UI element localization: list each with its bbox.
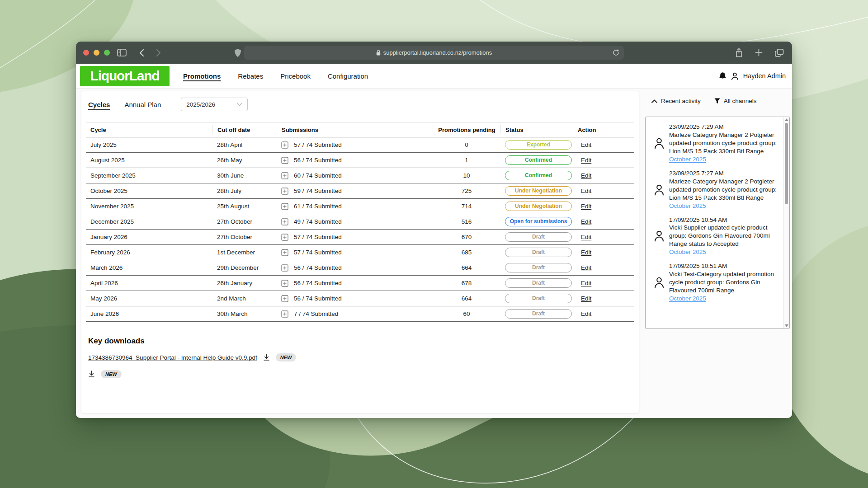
cell-status: Draft (500, 248, 573, 257)
reload-icon[interactable] (613, 49, 619, 56)
recent-activity-toggle[interactable]: Recent activity (651, 98, 701, 104)
activity-timestamp: 17/09/2025 10:51 AM (669, 262, 782, 270)
col-header-cutoff: Cut off date (212, 125, 277, 134)
col-header-submissions: Submissions (277, 125, 433, 134)
window-controls (83, 50, 110, 56)
status-badge: Draft (505, 248, 572, 257)
key-downloads-section: Key downloads 1734386730964_Supplier Por… (88, 337, 634, 378)
cell-submissions: 57 / 74 Submitted (277, 141, 433, 149)
activity-cycle-link[interactable]: October 2025 (669, 156, 706, 163)
cell-action: Edit (573, 203, 634, 210)
cell-pending: 678 (433, 280, 500, 286)
activity-timestamp: 23/09/2025 7:29 AM (669, 123, 782, 131)
new-tab-icon[interactable] (755, 49, 763, 56)
user-avatar-icon[interactable] (731, 72, 739, 80)
download-icon[interactable] (88, 371, 95, 378)
cell-submissions: 57 / 74 Submitted (277, 234, 433, 241)
expand-plus-icon[interactable] (281, 234, 288, 241)
edit-link[interactable]: Edit (581, 280, 591, 286)
year-select[interactable]: 2025/2026 (181, 98, 248, 111)
edit-link[interactable]: Edit (581, 234, 591, 240)
edit-link[interactable]: Edit (581, 218, 591, 225)
table-row: November 202525th August61 / 74 Submitte… (86, 199, 634, 214)
download-file-link[interactable]: 1734386730964_Supplier Portal - Internal… (88, 354, 257, 361)
expand-plus-icon[interactable] (281, 310, 288, 318)
scroll-down-arrow[interactable] (785, 324, 788, 327)
liquorland-logo[interactable]: LiquorLand (80, 66, 170, 86)
share-icon[interactable] (735, 48, 743, 57)
cell-status: Under Negotiation (500, 186, 573, 196)
cell-cutoff: 28th April (212, 141, 277, 148)
edit-link[interactable]: Edit (581, 264, 591, 271)
privacy-shield-icon[interactable] (234, 48, 241, 57)
cell-action: Edit (573, 157, 634, 164)
status-badge: Open for submissions (505, 217, 572, 226)
status-badge: Draft (505, 278, 572, 288)
cell-action: Edit (573, 172, 634, 179)
table-row: August 202526th May56 / 74 Submitted1Con… (86, 153, 634, 168)
address-bar[interactable]: supplierportal.liquorland.co.nz/promotio… (244, 46, 624, 60)
nav-pricebook[interactable]: Pricebook (280, 72, 311, 80)
expand-plus-icon[interactable] (281, 172, 288, 179)
zoom-window-button[interactable] (104, 50, 110, 56)
expand-plus-icon[interactable] (281, 157, 288, 164)
notifications-bell-icon[interactable] (719, 72, 726, 80)
expand-plus-icon[interactable] (281, 264, 288, 272)
cycles-card: Cycles Annual Plan 2025/2026 Cycle Cut o… (81, 91, 639, 413)
forward-button-icon[interactable] (156, 49, 161, 57)
edit-link[interactable]: Edit (581, 188, 591, 194)
activity-item: 23/09/2025 7:29 AMMarleze Category Manag… (649, 123, 782, 164)
cell-submissions: 59 / 74 Submitted (277, 188, 433, 195)
new-badge: NEW (101, 370, 122, 378)
sidebar-toggle-icon[interactable] (117, 49, 127, 56)
activity-scrollbar[interactable] (783, 117, 789, 328)
table-row: June 202630th March7 / 74 Submitted60Dra… (86, 306, 634, 322)
cell-cycle: February 2026 (86, 249, 212, 256)
cell-submissions: 56 / 74 Submitted (277, 295, 433, 302)
cell-pending: 0 (433, 141, 500, 148)
edit-link[interactable]: Edit (581, 172, 591, 179)
cell-status: Confirmed (500, 155, 573, 165)
browser-window: supplierportal.liquorland.co.nz/promotio… (76, 42, 792, 418)
col-header-action: Action (573, 125, 634, 134)
cell-status: Draft (500, 263, 573, 272)
edit-link[interactable]: Edit (581, 310, 591, 317)
expand-plus-icon[interactable] (281, 218, 288, 225)
cell-pending: 664 (433, 264, 500, 271)
activity-cycle-link[interactable]: October 2025 (669, 249, 706, 255)
edit-link[interactable]: Edit (581, 157, 591, 164)
scroll-thumb[interactable] (785, 123, 788, 204)
edit-link[interactable]: Edit (581, 295, 591, 302)
cell-status: Draft (500, 232, 573, 242)
all-channels-filter[interactable]: All channels (714, 98, 757, 104)
close-window-button[interactable] (83, 50, 89, 56)
expand-plus-icon[interactable] (281, 188, 288, 195)
chevron-up-icon (651, 99, 657, 103)
nav-promotions[interactable]: Promotions (183, 72, 221, 80)
activity-cycle-link[interactable]: October 2025 (669, 295, 706, 302)
cell-action: Edit (573, 141, 634, 148)
tab-cycles[interactable]: Cycles (88, 101, 110, 108)
cell-submissions: 56 / 74 Submitted (277, 280, 433, 287)
scroll-up-arrow[interactable] (785, 118, 788, 121)
activity-cycle-link[interactable]: October 2025 (669, 202, 706, 209)
nav-rebates[interactable]: Rebates (238, 72, 263, 80)
tab-overview-icon[interactable] (775, 49, 784, 57)
cycles-table: Cycle Cut off date Submissions Promotion… (86, 122, 634, 322)
expand-plus-icon[interactable] (281, 295, 288, 302)
edit-link[interactable]: Edit (581, 141, 591, 148)
cell-cycle: December 2025 (86, 218, 212, 225)
cell-submissions: 49 / 74 Submitted (277, 218, 433, 225)
expand-plus-icon[interactable] (281, 249, 288, 256)
tab-annual-plan[interactable]: Annual Plan (124, 101, 161, 108)
edit-link[interactable]: Edit (581, 249, 591, 256)
expand-plus-icon[interactable] (281, 141, 288, 149)
download-icon[interactable] (263, 354, 270, 361)
expand-plus-icon[interactable] (281, 203, 288, 210)
back-button-icon[interactable] (139, 49, 144, 57)
cell-pending: 1 (433, 157, 500, 164)
edit-link[interactable]: Edit (581, 203, 591, 210)
minimize-window-button[interactable] (94, 50, 99, 56)
expand-plus-icon[interactable] (281, 280, 288, 287)
nav-configuration[interactable]: Configuration (328, 72, 368, 80)
